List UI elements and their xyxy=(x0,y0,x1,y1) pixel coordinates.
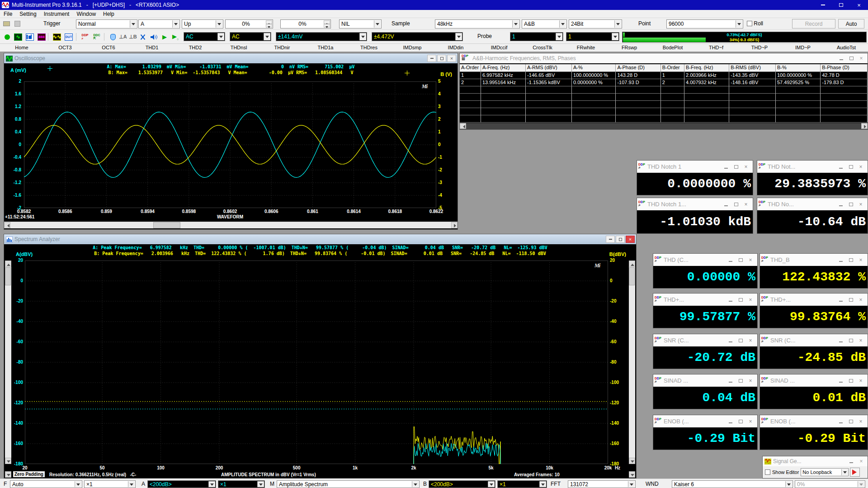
window-minimize-icon[interactable] xyxy=(814,0,832,10)
probe-a-select[interactable]: 1 xyxy=(510,32,563,41)
sampling-rate-select[interactable]: 48kHz xyxy=(435,19,520,28)
trigger-frequency-select[interactable]: NIL xyxy=(339,19,382,28)
spectrum-titlebar[interactable]: Spectrum Analyzer × xyxy=(4,234,636,244)
chevron-down-icon[interactable] xyxy=(257,481,264,487)
scroll-right-icon[interactable] xyxy=(451,222,458,228)
trigger-mode-select[interactable]: Normal xyxy=(76,19,137,28)
b-range-select[interactable]: <200dB> xyxy=(429,480,495,488)
chevron-down-icon[interactable] xyxy=(412,481,419,487)
open-file-icon[interactable] xyxy=(2,19,11,28)
a-range-select[interactable]: <200dB> xyxy=(147,480,216,488)
generator-play-button[interactable] xyxy=(850,468,860,477)
chevron-down-icon[interactable] xyxy=(75,481,81,487)
scroll-up-icon[interactable] xyxy=(5,261,11,267)
freq-axis-select[interactable]: Auto xyxy=(10,480,82,488)
menu-instrument[interactable]: Instrument xyxy=(40,10,73,18)
chevron-down-icon[interactable] xyxy=(264,33,270,40)
ddp-titlebar[interactable]: DDP⌕THD_B× xyxy=(760,254,868,266)
footer-dropdown-icon[interactable] xyxy=(5,471,11,478)
ddp-close-icon[interactable]: × xyxy=(745,378,755,384)
tab-thd2[interactable]: THD2 xyxy=(174,44,217,52)
column-header[interactable]: A-Phase (D) xyxy=(616,64,660,71)
table-row[interactable] xyxy=(460,94,868,101)
record-indicator-icon[interactable] xyxy=(3,33,12,41)
chevron-down-icon[interactable] xyxy=(216,20,222,28)
trigger-marker-b-icon[interactable] xyxy=(405,71,410,76)
ddp-minimize-icon[interactable] xyxy=(836,257,846,263)
table-row[interactable] xyxy=(460,108,868,115)
ddp-maximize-icon[interactable] xyxy=(846,201,856,208)
ddp-titlebar[interactable]: DDP⌕THD Notch 1× xyxy=(637,161,753,173)
oscilloscope-minimize-icon[interactable] xyxy=(427,55,436,62)
harmonics-close-icon[interactable]: × xyxy=(856,55,866,62)
tab-thdnsl[interactable]: THDnsl xyxy=(217,44,260,52)
column-header[interactable]: B-Phase (D) xyxy=(821,64,868,71)
signal-generator-minimize-icon[interactable] xyxy=(846,458,856,464)
ddp-close-icon[interactable]: × xyxy=(745,418,755,425)
chevron-down-icon[interactable] xyxy=(628,481,635,487)
scroll-left-icon[interactable] xyxy=(460,123,466,129)
ddp-close-icon[interactable]: × xyxy=(856,257,866,263)
spin-up-icon[interactable] xyxy=(324,20,330,24)
signal-generator-close-icon[interactable]: × xyxy=(856,458,866,464)
ddp-maximize-icon[interactable] xyxy=(731,164,741,170)
chevron-down-icon[interactable] xyxy=(374,20,381,28)
table-row[interactable] xyxy=(460,86,868,94)
ddp-titlebar[interactable]: DDP⌕SINAD ...× xyxy=(653,374,757,387)
ddp-maximize-icon[interactable] xyxy=(736,378,745,384)
column-header[interactable]: A-% xyxy=(572,64,616,71)
ddp-viewer-icon[interactable]: DDP⌕ xyxy=(80,33,90,41)
scroll-down-icon[interactable] xyxy=(629,458,635,464)
window-maximize-icon[interactable] xyxy=(832,0,850,10)
tab-bodeplot[interactable]: BodePlot xyxy=(651,44,694,52)
ddp-titlebar[interactable]: DDP⌕SNR (C...× xyxy=(760,334,868,346)
ddp-close-icon[interactable]: × xyxy=(856,418,866,425)
range-a-select[interactable]: ±141.4mV xyxy=(276,32,367,41)
chevron-down-icon[interactable] xyxy=(841,469,848,475)
multimeter-icon[interactable]: 888 xyxy=(37,33,46,41)
roll-checkbox[interactable] xyxy=(747,21,752,26)
harmonics-hscrollbar[interactable] xyxy=(460,123,868,129)
scroll-thumb[interactable] xyxy=(153,222,180,228)
chevron-down-icon[interactable] xyxy=(130,20,137,28)
ddp-maximize-icon[interactable] xyxy=(846,337,856,344)
ddp-minimize-icon[interactable] xyxy=(726,297,736,303)
chevron-down-icon[interactable] xyxy=(785,481,792,487)
ddp-maximize-icon[interactable] xyxy=(846,164,856,170)
spinner-buttons[interactable] xyxy=(266,20,272,28)
ddp-close-icon[interactable]: × xyxy=(741,164,751,170)
chevron-down-icon[interactable] xyxy=(612,33,618,40)
signal-generator-titlebar[interactable]: Signal Ge... × xyxy=(763,456,868,466)
chevron-down-icon[interactable] xyxy=(736,20,742,28)
ddp-close-icon[interactable]: × xyxy=(745,297,755,303)
ddp-maximize-icon[interactable] xyxy=(846,297,856,303)
harmonics-maximize-icon[interactable] xyxy=(846,55,856,62)
ddp-close-icon[interactable]: × xyxy=(741,201,751,208)
oscilloscope-hscrollbar[interactable] xyxy=(4,222,458,228)
tab-imd~p[interactable]: IMD~P xyxy=(781,44,825,52)
fft-size-select[interactable]: 131072 xyxy=(568,480,636,488)
a-mult-select[interactable]: ×1 xyxy=(218,480,265,488)
zero-b-icon[interactable]: ⊥B xyxy=(128,33,137,41)
ddp-minimize-icon[interactable] xyxy=(836,164,846,170)
scroll-up-icon[interactable] xyxy=(629,261,635,267)
bit-depth-select[interactable]: 24Bit xyxy=(569,19,622,28)
ddp-maximize-icon[interactable] xyxy=(736,257,745,263)
points-select[interactable]: 96000 xyxy=(666,19,743,28)
record-button[interactable]: Record xyxy=(792,19,835,28)
run-loop-icon[interactable]: ▶○ xyxy=(171,33,180,41)
probe-cal-icon[interactable] xyxy=(138,33,147,41)
chevron-down-icon[interactable] xyxy=(455,33,462,40)
ddp-titlebar[interactable]: DDP⌕THD Not...× xyxy=(757,161,868,173)
table-row[interactable] xyxy=(460,115,868,123)
calibration-icon[interactable] xyxy=(108,33,118,41)
oscilloscope-restore-icon[interactable] xyxy=(437,55,446,62)
ddp-maximize-icon[interactable] xyxy=(846,257,856,263)
save-icon[interactable] xyxy=(13,19,22,28)
tab-imddin[interactable]: IMDdin xyxy=(434,44,477,52)
ddp-titlebar[interactable]: DDP⌕THD No...× xyxy=(757,198,868,210)
ddp-titlebar[interactable]: DDP⌕SINAD ...× xyxy=(760,374,868,387)
tab-frwhite[interactable]: FRwhite xyxy=(564,44,608,52)
zero-padding-badge[interactable]: Zero Padding xyxy=(13,471,45,477)
oscilloscope-icon[interactable]: ∿ xyxy=(14,33,23,41)
